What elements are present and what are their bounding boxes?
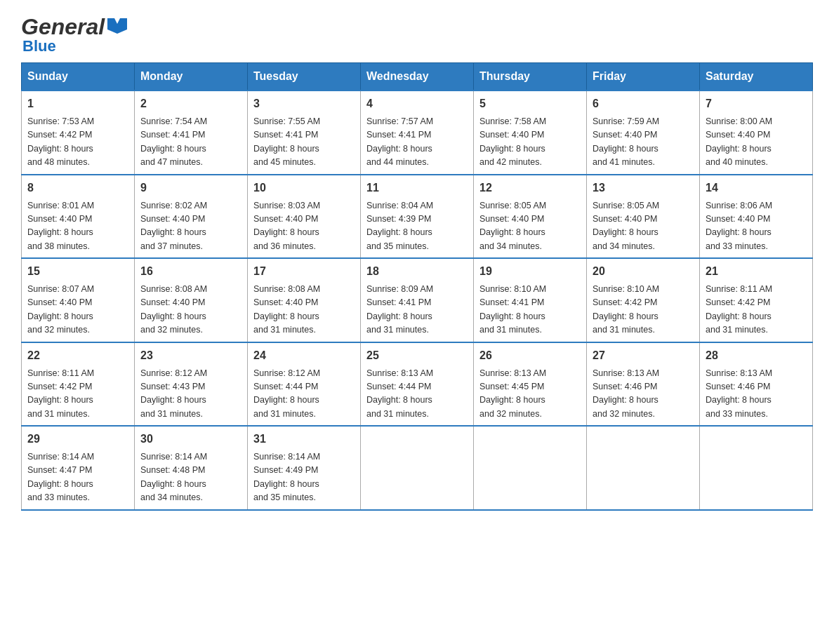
day-info: Sunrise: 8:13 AM Sunset: 4:46 PM Dayligh… <box>706 367 807 422</box>
week-row-3: 15 Sunrise: 8:07 AM Sunset: 4:40 PM Dayl… <box>22 258 813 342</box>
day-info: Sunrise: 8:13 AM Sunset: 4:44 PM Dayligh… <box>366 367 468 422</box>
day-number: 15 <box>27 263 128 280</box>
day-number: 12 <box>479 180 581 196</box>
header-monday: Monday <box>135 63 248 91</box>
calendar-cell: 2 Sunrise: 7:54 AM Sunset: 4:41 PM Dayli… <box>135 90 248 175</box>
day-number: 6 <box>593 95 694 112</box>
day-number: 11 <box>366 180 468 196</box>
logo: General Blue <box>21 14 127 55</box>
day-number: 28 <box>706 347 807 364</box>
day-info: Sunrise: 8:04 AM Sunset: 4:39 PM Dayligh… <box>366 199 468 254</box>
header-wednesday: Wednesday <box>361 63 474 91</box>
header-saturday: Saturday <box>700 63 813 91</box>
calendar-cell: 30 Sunrise: 8:14 AM Sunset: 4:48 PM Dayl… <box>135 426 248 510</box>
day-number: 22 <box>27 347 128 364</box>
calendar-cell: 19 Sunrise: 8:10 AM Sunset: 4:41 PM Dayl… <box>474 258 587 342</box>
calendar-cell: 9 Sunrise: 8:02 AM Sunset: 4:40 PM Dayli… <box>135 175 248 259</box>
day-info: Sunrise: 8:10 AM Sunset: 4:41 PM Dayligh… <box>479 283 581 337</box>
day-info: Sunrise: 7:55 AM Sunset: 4:41 PM Dayligh… <box>253 115 355 170</box>
day-number: 17 <box>253 263 355 280</box>
day-number: 24 <box>253 347 355 364</box>
calendar-body: 1 Sunrise: 7:53 AM Sunset: 4:42 PM Dayli… <box>22 90 813 510</box>
day-info: Sunrise: 8:11 AM Sunset: 4:42 PM Dayligh… <box>27 367 128 422</box>
day-info: Sunrise: 8:00 AM Sunset: 4:40 PM Dayligh… <box>706 115 807 170</box>
day-info: Sunrise: 8:06 AM Sunset: 4:40 PM Dayligh… <box>706 199 807 254</box>
day-info: Sunrise: 7:59 AM Sunset: 4:40 PM Dayligh… <box>593 115 694 170</box>
day-info: Sunrise: 8:08 AM Sunset: 4:40 PM Dayligh… <box>253 283 355 337</box>
day-number: 10 <box>253 180 355 196</box>
day-info: Sunrise: 8:12 AM Sunset: 4:44 PM Dayligh… <box>253 367 355 422</box>
day-number: 30 <box>140 431 241 448</box>
day-info: Sunrise: 8:07 AM Sunset: 4:40 PM Dayligh… <box>27 283 128 337</box>
calendar-cell: 10 Sunrise: 8:03 AM Sunset: 4:40 PM Dayl… <box>248 175 361 259</box>
day-info: Sunrise: 8:05 AM Sunset: 4:40 PM Dayligh… <box>479 199 581 254</box>
calendar-cell: 11 Sunrise: 8:04 AM Sunset: 4:39 PM Dayl… <box>361 175 474 259</box>
calendar-cell: 1 Sunrise: 7:53 AM Sunset: 4:42 PM Dayli… <box>22 90 135 175</box>
calendar-cell: 14 Sunrise: 8:06 AM Sunset: 4:40 PM Dayl… <box>700 175 813 259</box>
logo-triangle-icon <box>107 18 127 34</box>
day-info: Sunrise: 8:09 AM Sunset: 4:41 PM Dayligh… <box>366 283 468 337</box>
calendar-cell: 25 Sunrise: 8:13 AM Sunset: 4:44 PM Dayl… <box>361 342 474 427</box>
calendar-cell: 5 Sunrise: 7:58 AM Sunset: 4:40 PM Dayli… <box>474 90 587 175</box>
days-of-week-row: SundayMondayTuesdayWednesdayThursdayFrid… <box>22 63 813 91</box>
calendar-cell: 8 Sunrise: 8:01 AM Sunset: 4:40 PM Dayli… <box>22 175 135 259</box>
day-number: 8 <box>27 180 128 196</box>
calendar-cell: 27 Sunrise: 8:13 AM Sunset: 4:46 PM Dayl… <box>587 342 700 427</box>
day-number: 16 <box>140 263 241 280</box>
day-number: 25 <box>366 347 468 364</box>
calendar-cell <box>361 426 474 510</box>
day-number: 27 <box>593 347 694 364</box>
day-number: 26 <box>479 347 581 364</box>
day-info: Sunrise: 8:05 AM Sunset: 4:40 PM Dayligh… <box>593 199 694 254</box>
calendar-cell: 21 Sunrise: 8:11 AM Sunset: 4:42 PM Dayl… <box>700 258 813 342</box>
day-number: 18 <box>366 263 468 280</box>
week-row-4: 22 Sunrise: 8:11 AM Sunset: 4:42 PM Dayl… <box>22 342 813 427</box>
day-info: Sunrise: 8:14 AM Sunset: 4:47 PM Dayligh… <box>27 450 128 505</box>
day-info: Sunrise: 8:13 AM Sunset: 4:45 PM Dayligh… <box>479 367 581 422</box>
day-number: 14 <box>706 180 807 196</box>
day-number: 21 <box>706 263 807 280</box>
day-info: Sunrise: 7:53 AM Sunset: 4:42 PM Dayligh… <box>27 115 128 170</box>
calendar-cell: 22 Sunrise: 8:11 AM Sunset: 4:42 PM Dayl… <box>22 342 135 427</box>
week-row-5: 29 Sunrise: 8:14 AM Sunset: 4:47 PM Dayl… <box>22 426 813 510</box>
day-info: Sunrise: 8:14 AM Sunset: 4:48 PM Dayligh… <box>140 450 241 505</box>
day-info: Sunrise: 8:02 AM Sunset: 4:40 PM Dayligh… <box>140 199 241 254</box>
calendar-cell: 20 Sunrise: 8:10 AM Sunset: 4:42 PM Dayl… <box>587 258 700 342</box>
day-number: 13 <box>593 180 694 196</box>
day-number: 3 <box>253 95 355 112</box>
calendar-cell: 29 Sunrise: 8:14 AM Sunset: 4:47 PM Dayl… <box>22 426 135 510</box>
calendar-cell: 18 Sunrise: 8:09 AM Sunset: 4:41 PM Dayl… <box>361 258 474 342</box>
calendar-cell: 23 Sunrise: 8:12 AM Sunset: 4:43 PM Dayl… <box>135 342 248 427</box>
day-number: 9 <box>140 180 241 196</box>
day-number: 7 <box>706 95 807 112</box>
day-number: 5 <box>479 95 581 112</box>
day-info: Sunrise: 8:08 AM Sunset: 4:40 PM Dayligh… <box>140 283 241 337</box>
day-info: Sunrise: 8:03 AM Sunset: 4:40 PM Dayligh… <box>253 199 355 254</box>
calendar-cell: 12 Sunrise: 8:05 AM Sunset: 4:40 PM Dayl… <box>474 175 587 259</box>
calendar-cell: 6 Sunrise: 7:59 AM Sunset: 4:40 PM Dayli… <box>587 90 700 175</box>
day-number: 20 <box>593 263 694 280</box>
header-thursday: Thursday <box>474 63 587 91</box>
calendar-cell: 13 Sunrise: 8:05 AM Sunset: 4:40 PM Dayl… <box>587 175 700 259</box>
calendar-cell <box>587 426 700 510</box>
calendar-header: SundayMondayTuesdayWednesdayThursdayFrid… <box>22 63 813 91</box>
calendar-cell: 28 Sunrise: 8:13 AM Sunset: 4:46 PM Dayl… <box>700 342 813 427</box>
day-info: Sunrise: 8:10 AM Sunset: 4:42 PM Dayligh… <box>593 283 694 337</box>
calendar-cell: 24 Sunrise: 8:12 AM Sunset: 4:44 PM Dayl… <box>248 342 361 427</box>
calendar-cell: 31 Sunrise: 8:14 AM Sunset: 4:49 PM Dayl… <box>248 426 361 510</box>
calendar-cell <box>474 426 587 510</box>
day-info: Sunrise: 8:13 AM Sunset: 4:46 PM Dayligh… <box>593 367 694 422</box>
day-number: 29 <box>27 431 128 448</box>
calendar-cell: 17 Sunrise: 8:08 AM Sunset: 4:40 PM Dayl… <box>248 258 361 342</box>
calendar-cell: 3 Sunrise: 7:55 AM Sunset: 4:41 PM Dayli… <box>248 90 361 175</box>
day-info: Sunrise: 8:14 AM Sunset: 4:49 PM Dayligh… <box>253 450 355 505</box>
day-info: Sunrise: 8:12 AM Sunset: 4:43 PM Dayligh… <box>140 367 241 422</box>
day-info: Sunrise: 8:01 AM Sunset: 4:40 PM Dayligh… <box>27 199 128 254</box>
header-friday: Friday <box>587 63 700 91</box>
day-info: Sunrise: 7:57 AM Sunset: 4:41 PM Dayligh… <box>366 115 468 170</box>
day-number: 31 <box>253 431 355 448</box>
calendar-cell: 16 Sunrise: 8:08 AM Sunset: 4:40 PM Dayl… <box>135 258 248 342</box>
calendar-cell: 4 Sunrise: 7:57 AM Sunset: 4:41 PM Dayli… <box>361 90 474 175</box>
calendar-cell <box>700 426 813 510</box>
week-row-1: 1 Sunrise: 7:53 AM Sunset: 4:42 PM Dayli… <box>22 90 813 175</box>
